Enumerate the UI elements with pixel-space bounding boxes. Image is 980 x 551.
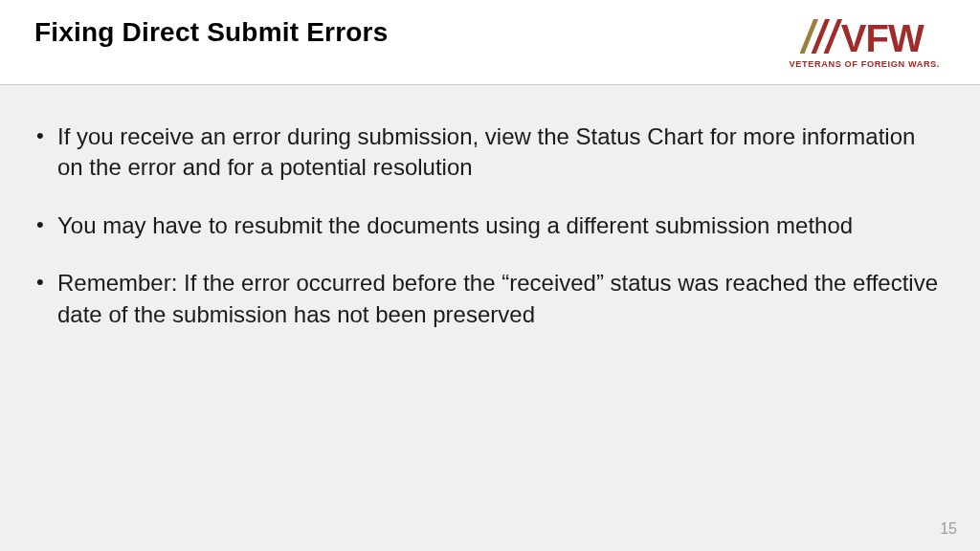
page-number: 15 bbox=[940, 520, 957, 538]
list-item: If you receive an error during submissio… bbox=[34, 121, 946, 184]
bullet-list: If you receive an error during submissio… bbox=[34, 121, 946, 330]
slide-body: If you receive an error during submissio… bbox=[0, 85, 980, 551]
logo-text: VFW bbox=[841, 19, 924, 57]
slide-header: Fixing Direct Submit Errors VFW VETERANS… bbox=[0, 0, 980, 84]
logo-stripes-icon bbox=[798, 19, 845, 57]
vfw-logo: VFW VETERANS OF FOREIGN WARS. bbox=[790, 19, 940, 69]
list-item: Remember: If the error occurred before t… bbox=[34, 268, 946, 330]
logo-main-row: VFW bbox=[790, 19, 940, 57]
list-item: You may have to resubmit the documents u… bbox=[34, 210, 946, 241]
logo-tagline: VETERANS OF FOREIGN WARS. bbox=[790, 59, 940, 69]
slide-title: Fixing Direct Submit Errors bbox=[34, 17, 388, 48]
